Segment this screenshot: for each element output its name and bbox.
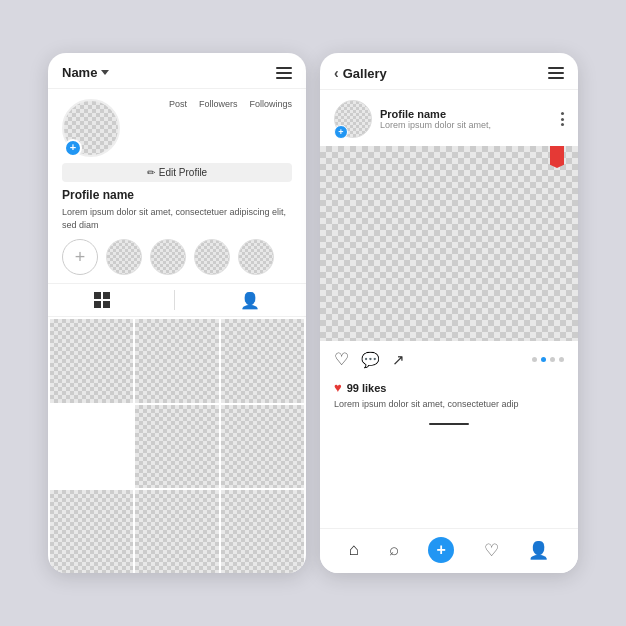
add-story-circle-button[interactable]: + [62,239,98,275]
stat-post-label: Post [169,99,187,109]
image-dots-indicator [532,357,564,362]
view-toggle-bar: 👤 [48,283,306,317]
right-bottom-nav: ⌂ ⌕ + ♡ 👤 [320,528,578,573]
right-heart-nav-icon[interactable]: ♡ [484,540,499,561]
pencil-icon: ✏ [147,167,155,178]
view-divider [174,290,175,310]
photo-cell-6[interactable] [135,490,218,573]
story-circle-1[interactable] [106,239,142,275]
post-actions-bar: ♡ 💬 ↗ [320,341,578,378]
photo-cell-4[interactable] [221,405,304,488]
profile-display-name: Profile name [62,188,292,202]
heart-filled-icon: ♥ [334,380,342,395]
dot-1 [532,357,537,362]
right-add-story-button[interactable] [334,125,348,139]
share-action-icon[interactable]: ↗ [392,351,405,369]
right-profile-display-name: Profile name [380,108,553,120]
right-phone: ‹ Gallery Profile name Lorem ipsum dolor… [320,53,578,573]
stat-followers: Followers [199,99,238,109]
edit-profile-label: Edit Profile [159,167,207,178]
photo-grid-container [48,317,306,573]
right-search-nav-icon[interactable]: ⌕ [389,540,399,560]
stat-followings: Followings [249,99,292,109]
hamburger-menu-icon[interactable] [276,67,292,79]
profile-bio: Lorem ipsum dolor sit amet, consectetuer… [62,206,292,231]
add-story-button[interactable] [64,139,82,157]
right-profile-nav-icon[interactable]: 👤 [528,540,549,561]
stats-row: Post Followers Followings [130,99,292,109]
stat-followings-label: Followings [249,99,292,109]
gallery-title: Gallery [343,66,387,81]
story-circle-4[interactable] [238,239,274,275]
photo-grid [48,317,306,573]
stat-post: Post [169,99,187,109]
right-header: ‹ Gallery [320,53,578,90]
photo-cell-2[interactable] [221,319,304,402]
stat-followers-label: Followers [199,99,238,109]
right-home-nav-icon[interactable]: ⌂ [349,540,359,560]
profile-name-header[interactable]: Name [62,65,109,80]
header-name-text: Name [62,65,97,80]
bookmark-flag-icon[interactable] [550,146,564,168]
right-home-indicator-bar [429,423,469,426]
right-hamburger-menu-icon[interactable] [548,67,564,79]
profile-top: Post Followers Followings [62,99,292,157]
tagged-view-icon[interactable]: 👤 [240,291,260,310]
back-arrow-icon: ‹ [334,65,339,81]
profile-section: Post Followers Followings ✏ Edit Profile [48,89,306,231]
left-phone: Name Post [48,53,306,573]
right-profile-sub: Lorem ipsum dolor sit amet, [380,120,553,130]
chevron-down-icon [101,70,109,75]
three-dots-menu-icon[interactable] [561,112,564,126]
right-profile-info: Profile name Lorem ipsum dolor sit amet, [380,108,553,130]
comment-action-icon[interactable]: 💬 [361,351,380,369]
photo-cell-3[interactable] [135,405,218,488]
likes-count: 99 likes [347,382,387,394]
dot-4 [559,357,564,362]
dot-2 [541,357,546,362]
left-header: Name [48,53,306,89]
right-add-post-button[interactable]: + [428,537,454,563]
avatar-wrapper [62,99,120,157]
edit-profile-button[interactable]: ✏ Edit Profile [62,163,292,182]
right-avatar-wrapper [334,100,372,138]
back-gallery-header[interactable]: ‹ Gallery [334,65,387,81]
dot-3 [550,357,555,362]
likes-row: ♥ 99 likes [334,380,564,395]
photo-cell-7[interactable] [221,490,304,573]
photo-cell-5[interactable] [50,490,133,573]
likes-section: ♥ 99 likes Lorem ipsum dolor sit amet, c… [320,378,578,417]
post-caption: Lorem ipsum dolor sit amet, consectetuer… [334,398,564,411]
stories-row: + [48,239,306,283]
photo-cell-1[interactable] [135,319,218,402]
story-circle-3[interactable] [194,239,230,275]
post-image [320,146,578,341]
like-action-icon[interactable]: ♡ [334,349,349,370]
right-profile-row: Profile name Lorem ipsum dolor sit amet, [320,90,578,146]
story-circle-2[interactable] [150,239,186,275]
grid-view-icon[interactable] [94,292,110,308]
photo-cell-large[interactable] [50,319,133,402]
